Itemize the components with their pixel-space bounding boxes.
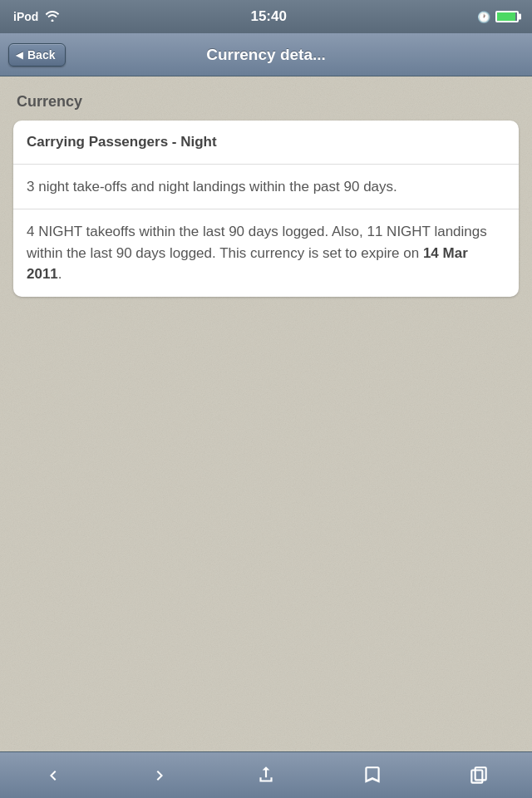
card-title: Carrying Passengers - Night xyxy=(27,134,217,150)
back-arrow-icon xyxy=(43,766,63,786)
toolbar-share-button[interactable] xyxy=(244,757,288,794)
toolbar-pages-button[interactable] xyxy=(457,757,500,794)
clock-icon: 🕐 xyxy=(477,11,490,23)
nav-title: Currency deta... xyxy=(206,46,326,64)
pages-icon xyxy=(468,765,490,786)
status-right: 🕐 xyxy=(477,11,519,23)
battery-icon xyxy=(495,11,519,22)
detail-suffix: . xyxy=(58,266,62,282)
toolbar-back-button[interactable] xyxy=(32,757,75,794)
toolbar-forward-button[interactable] xyxy=(138,757,181,794)
device-label: iPod xyxy=(13,10,38,23)
section-label: Currency xyxy=(13,93,519,111)
toolbar xyxy=(0,751,532,798)
nav-bar: Back Currency deta... xyxy=(0,33,532,76)
forward-arrow-icon xyxy=(150,766,170,786)
content-area: Currency Carrying Passengers - Night 3 n… xyxy=(0,76,532,751)
clock: 15:40 xyxy=(250,8,286,25)
status-bar: iPod 15:40 🕐 xyxy=(0,0,532,33)
bookmarks-icon xyxy=(362,765,383,786)
currency-card: Carrying Passengers - Night 3 night take… xyxy=(13,121,519,297)
card-detail-text: 4 NIGHT takeoffs within the last 90 days… xyxy=(27,224,487,282)
status-left: iPod xyxy=(13,10,60,24)
share-icon xyxy=(255,765,277,786)
detail-prefix: 4 NIGHT takeoffs within the last 90 days… xyxy=(27,224,487,261)
card-requirement-text: 3 night take-offs and night landings wit… xyxy=(27,179,397,195)
wifi-icon xyxy=(45,10,60,24)
card-title-row: Carrying Passengers - Night xyxy=(13,121,519,165)
card-requirement-row: 3 night take-offs and night landings wit… xyxy=(13,165,519,210)
card-detail-row: 4 NIGHT takeoffs within the last 90 days… xyxy=(13,209,519,297)
back-button[interactable]: Back xyxy=(8,43,66,66)
toolbar-bookmarks-button[interactable] xyxy=(351,757,394,794)
